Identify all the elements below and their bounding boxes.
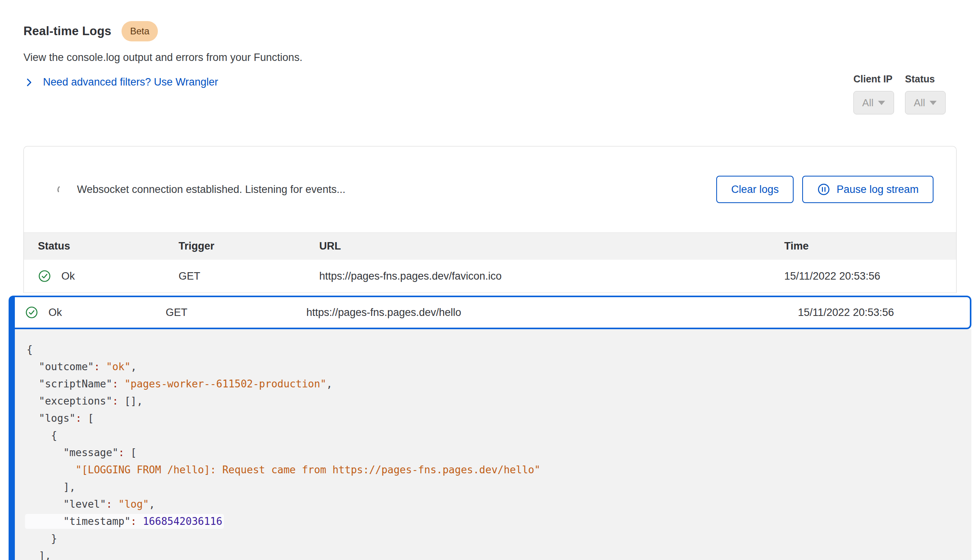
check-circle-icon [25,306,38,319]
check-circle-icon [38,269,51,283]
status-value: Ok [61,270,75,282]
clear-logs-button[interactable]: Clear logs [716,176,794,203]
beta-badge: Beta [122,21,158,41]
column-header-status: Status [38,240,179,252]
clear-logs-label: Clear logs [731,184,779,196]
status-filter-label: Status [905,73,946,85]
column-header-trigger: Trigger [179,240,319,252]
column-header-time: Time [784,240,941,252]
page-header: Real-time Logs Beta [23,21,957,41]
chevron-right-icon [23,77,34,88]
trigger-cell: GET [166,307,306,319]
connection-status: Websocket connection established. Listen… [77,184,345,196]
status-filter: Status All [905,73,946,114]
page-title: Real-time Logs [23,24,111,38]
trigger-cell: GET [179,270,319,282]
status-cell: Ok [25,306,166,319]
filters: Client IP All Status All [853,73,946,114]
table-row[interactable]: Ok GET https://pages-fns.pages.dev/favic… [24,260,956,292]
url-cell: https://pages-fns.pages.dev/hello [306,307,798,319]
column-header-url: URL [319,240,784,252]
log-panel-actions: Clear logs Pause log stream [716,176,934,203]
table-row-selected[interactable]: Ok GET https://pages-fns.pages.dev/hello… [15,296,971,329]
table-header: Status Trigger URL Time [24,232,956,260]
time-cell: 15/11/2022 20:53:56 [798,307,954,319]
client-ip-dropdown-value: All [862,97,874,109]
realtime-logs-page: Real-time Logs Beta View the console.log… [0,0,980,560]
time-cell: 15/11/2022 20:53:56 [784,270,941,282]
log-panel: Websocket connection established. Listen… [23,146,957,293]
caret-down-icon [878,101,885,105]
wrangler-advanced-filters-link[interactable]: Need advanced filters? Use Wrangler [23,76,957,88]
client-ip-filter: Client IP All [853,73,894,114]
status-value: Ok [48,307,62,319]
expanded-log-entry: Ok GET https://pages-fns.pages.dev/hello… [9,296,971,560]
log-panel-status-bar: Websocket connection established. Listen… [24,146,956,232]
client-ip-filter-label: Client IP [853,73,894,85]
wrangler-link-label[interactable]: Need advanced filters? Use Wrangler [43,76,218,88]
status-dropdown[interactable]: All [905,91,946,114]
log-json-viewer[interactable]: { "outcome": "ok", "scriptName": "pages-… [15,329,971,560]
loading-spinner-icon [57,184,67,194]
client-ip-dropdown[interactable]: All [853,91,894,114]
caret-down-icon [930,101,937,105]
pause-log-stream-button[interactable]: Pause log stream [802,176,934,203]
status-dropdown-value: All [914,97,925,109]
page-subtitle: View the console.log output and errors f… [23,52,957,64]
pause-log-stream-label: Pause log stream [837,184,919,196]
pause-circle-icon [817,183,830,196]
status-cell: Ok [38,269,179,283]
url-cell: https://pages-fns.pages.dev/favicon.ico [319,270,784,282]
